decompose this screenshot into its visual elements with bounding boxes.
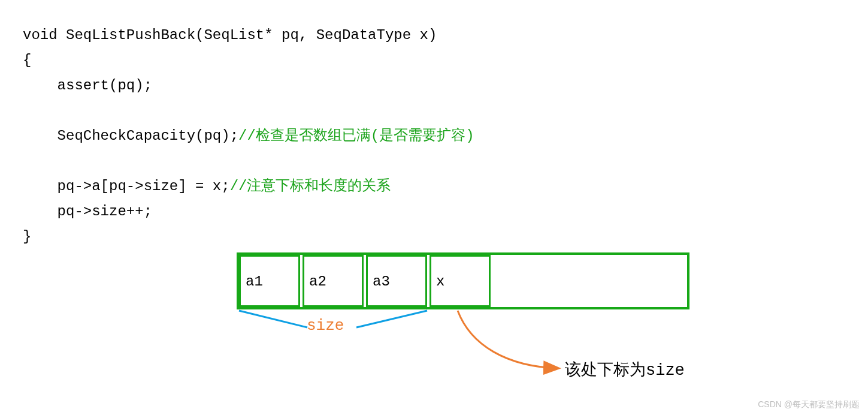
- code-comment: //检查是否数组已满(是否需要扩容): [238, 128, 474, 144]
- watermark: CSDN @每天都要坚持刷题: [758, 399, 860, 410]
- code-line: pq->size++;: [23, 203, 152, 219]
- array-cell-x: x: [430, 255, 491, 307]
- code-line: }: [23, 228, 31, 245]
- code-line: SeqCheckCapacity(pq);: [23, 128, 238, 144]
- code-line: pq->a[pq->size] = x;: [23, 178, 230, 194]
- code-comment: //注意下标和长度的关系: [230, 178, 391, 194]
- code-line: {: [23, 52, 31, 68]
- array-diagram: a1 a2 a3 x: [237, 252, 689, 309]
- array-cell-a1: a1: [239, 255, 300, 307]
- array-cell-a2: a2: [303, 255, 364, 307]
- code-line: assert(pq);: [23, 77, 152, 94]
- array-cell-a3: a3: [366, 255, 427, 307]
- index-note: 该处下标为size: [565, 359, 685, 380]
- code-block: void SeqListPushBack(SeqList* pq, SeqDat…: [23, 23, 474, 249]
- code-line: void SeqListPushBack(SeqList* pq, SeqDat…: [23, 27, 437, 43]
- index-arrow: [453, 309, 573, 375]
- size-label: size: [307, 317, 344, 335]
